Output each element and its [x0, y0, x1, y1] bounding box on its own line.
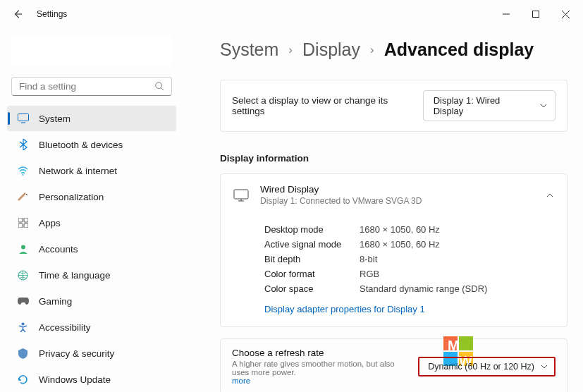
svg-point-13	[21, 245, 25, 250]
accessibility-icon	[17, 321, 29, 333]
sidebar-item-label: System	[39, 114, 70, 124]
search-field[interactable]	[19, 81, 146, 92]
sidebar-item-label: Accounts	[39, 244, 78, 255]
apps-icon	[17, 217, 29, 229]
kv-key: Desktop mode	[264, 224, 360, 235]
maximize-button[interactable]	[521, 4, 551, 24]
time-language-icon	[17, 269, 29, 281]
system-icon	[17, 113, 29, 125]
svg-line-5	[161, 88, 164, 91]
sidebar-item-accessibility[interactable]: Accessibility	[7, 314, 176, 340]
minimize-button[interactable]	[491, 4, 521, 24]
close-button[interactable]	[551, 4, 580, 24]
select-display-label: Select a display to view or change its s…	[232, 95, 423, 116]
display-selector-value: Display 1: Wired Display	[434, 95, 532, 116]
sidebar-item-gaming[interactable]: Gaming	[7, 288, 176, 314]
chevron-down-icon	[539, 102, 548, 110]
sidebar-item-label: Accessibility	[39, 322, 91, 333]
sidebar-item-label: Bluetooth & devices	[39, 140, 123, 150]
svg-point-8	[23, 174, 24, 176]
kv-value: 1680 × 1050, 60 Hz	[360, 239, 440, 250]
gaming-icon	[17, 295, 29, 307]
sidebar-item-label: Gaming	[39, 296, 72, 307]
svg-rect-1	[533, 11, 539, 18]
display-selector-dropdown[interactable]: Display 1: Wired Display	[423, 90, 556, 121]
sidebar-item-label: Windows Update	[39, 374, 111, 385]
svg-rect-9	[18, 218, 23, 222]
display-connection: Display 1: Connected to VMware SVGA 3D	[260, 196, 534, 206]
breadcrumb-current: Advanced display	[384, 39, 534, 60]
kv-value: 1680 × 1050, 60 Hz	[360, 224, 440, 235]
kv-value: RGB	[360, 269, 379, 279]
kv-key: Color format	[264, 269, 360, 279]
windows-update-icon	[17, 374, 29, 386]
svg-rect-12	[24, 223, 28, 228]
display-name: Wired Display	[260, 184, 534, 195]
sidebar-item-label: Privacy & security	[39, 348, 114, 359]
svg-rect-6	[18, 114, 28, 121]
svg-rect-11	[18, 223, 23, 228]
sidebar-item-windows-update[interactable]: Windows Update	[7, 367, 176, 392]
breadcrumb: System › Display › Advanced display	[220, 39, 567, 60]
svg-rect-16	[234, 190, 248, 199]
sidebar-item-label: Network & internet	[39, 166, 117, 176]
sidebar-item-label: Personalization	[39, 192, 104, 202]
back-button[interactable]	[10, 6, 25, 22]
sidebar-item-network[interactable]: Network & internet	[7, 158, 176, 183]
chevron-right-icon: ›	[370, 43, 374, 57]
search-icon	[154, 81, 164, 91]
refresh-rate-desc: A higher rate gives smoother motion, but…	[232, 360, 395, 376]
bluetooth-icon	[17, 139, 29, 151]
svg-point-4	[156, 82, 162, 89]
kv-key: Active signal mode	[264, 239, 360, 250]
network-icon	[17, 165, 29, 177]
sidebar-item-system[interactable]: System	[7, 106, 176, 131]
kv-value: Standard dynamic range (SDR)	[360, 283, 487, 294]
kv-key: Color space	[264, 283, 360, 294]
sidebar-item-apps[interactable]: Apps	[7, 210, 176, 235]
adapter-properties-link[interactable]: Display adapter properties for Display 1	[264, 304, 425, 314]
refresh-rate-dropdown[interactable]: Dynamic (60 Hz or 120 Hz)	[418, 357, 556, 376]
sidebar-item-accounts[interactable]: Accounts	[7, 236, 176, 262]
refresh-rate-value: Dynamic (60 Hz or 120 Hz)	[428, 362, 534, 372]
sidebar-item-label: Apps	[39, 218, 61, 228]
svg-text:M: M	[448, 338, 460, 353]
profile-block	[11, 35, 172, 66]
display-info-header[interactable]: Wired Display Display 1: Connected to VM…	[221, 174, 567, 216]
personalization-icon	[17, 191, 29, 203]
breadcrumb-display[interactable]: Display	[302, 39, 360, 60]
chevron-up-icon	[546, 191, 554, 200]
svg-point-15	[22, 322, 25, 325]
monitor-icon	[233, 189, 249, 202]
breadcrumb-system[interactable]: System	[220, 39, 278, 60]
app-title: Settings	[37, 9, 67, 19]
svg-rect-20	[459, 336, 473, 350]
svg-rect-10	[24, 218, 28, 222]
sidebar-item-bluetooth[interactable]: Bluetooth & devices	[7, 132, 176, 157]
sidebar-item-privacy[interactable]: Privacy & security	[7, 341, 176, 366]
kv-value: 8-bit	[360, 254, 377, 264]
chevron-down-icon	[540, 362, 548, 371]
sidebar-item-personalization[interactable]: Personalization	[7, 184, 176, 209]
chevron-right-icon: ›	[288, 43, 293, 57]
sidebar-item-label: Time & language	[39, 270, 111, 281]
refresh-rate-title: Choose a refresh rate	[232, 348, 408, 358]
sidebar-item-time-language[interactable]: Time & language	[7, 262, 176, 288]
display-info-heading: Display information	[220, 153, 567, 164]
privacy-icon	[17, 348, 29, 360]
accounts-icon	[17, 243, 29, 255]
kv-key: Bit depth	[264, 254, 360, 264]
learn-more-link[interactable]: more	[232, 376, 408, 385]
search-input[interactable]	[11, 77, 172, 96]
